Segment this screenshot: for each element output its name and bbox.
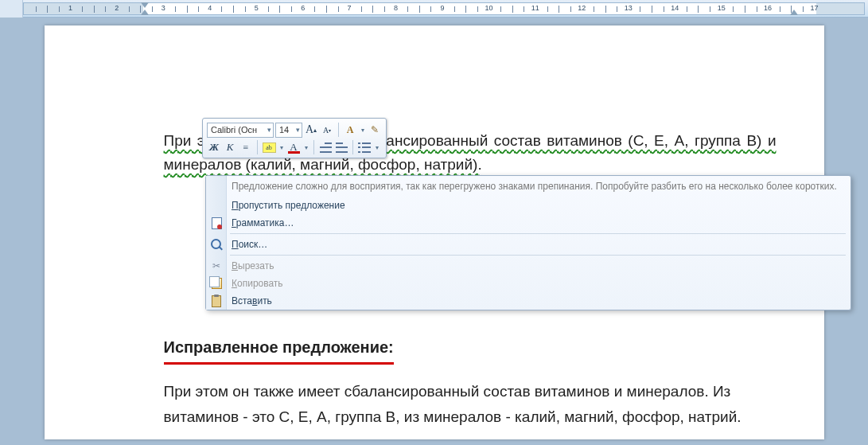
first-line-indent-marker[interactable] <box>141 2 149 8</box>
cut-item: ✂ Вырезать <box>206 257 850 275</box>
ruler-number: 15 <box>718 4 726 12</box>
menu-separator <box>230 255 846 256</box>
shrink-font-button[interactable]: A▾ <box>320 123 334 138</box>
chevron-down-icon[interactable]: ▾ <box>267 126 271 134</box>
ruler-number: 6 <box>301 4 305 12</box>
align-center-button[interactable]: ≡ <box>239 140 253 155</box>
copy-item: Копировать <box>206 275 850 292</box>
paste-item[interactable]: Вставить <box>206 292 850 310</box>
chevron-down-icon[interactable]: ▾ <box>373 144 380 151</box>
grammar-context-menu: Предложение сложно для восприятия, так к… <box>205 175 851 310</box>
scissors-icon: ✂ <box>210 260 223 272</box>
chevron-down-icon[interactable]: ▾ <box>296 126 300 134</box>
mnemonic: П <box>232 200 239 211</box>
ruler-right-margin[interactable] <box>816 3 864 14</box>
italic-button[interactable]: К <box>223 140 237 155</box>
mini-format-toolbar: Calibri (Осн ▾ 14 ▾ A▴ A▾ A ▾ ✎ Ж К ≡ ab… <box>202 118 387 158</box>
grow-font-button[interactable]: A▴ <box>304 123 318 138</box>
ruler-number: 7 <box>348 4 352 12</box>
ruler-number: 17 <box>811 4 819 12</box>
font-size-value: 14 <box>279 125 289 135</box>
grammar-dialog-item[interactable]: Грамматика… <box>206 214 850 232</box>
quick-styles-button[interactable]: A <box>343 123 357 138</box>
corrected-paragraph[interactable]: При этом он также имеет сбалансированный… <box>164 379 777 431</box>
mnemonic: К <box>232 278 237 289</box>
skip-sentence-item[interactable]: Пропустить предложение <box>206 197 850 214</box>
ruler-number: 10 <box>485 4 492 12</box>
bold-button[interactable]: Ж <box>207 140 221 155</box>
highlight-color-button[interactable]: ab <box>262 140 276 155</box>
ruler-scale[interactable]: 1234567891011121314151617 <box>23 2 865 15</box>
chevron-down-icon[interactable]: ▾ <box>359 127 366 134</box>
decrease-indent-button[interactable] <box>318 140 333 155</box>
ruler-number: 4 <box>208 4 212 12</box>
mnemonic: В <box>232 260 238 271</box>
ruler-number: 1 <box>68 4 72 12</box>
ruler-corner <box>0 0 23 18</box>
chevron-down-icon[interactable]: ▾ <box>302 144 309 151</box>
font-size-combo[interactable]: 14 ▾ <box>275 123 302 138</box>
hanging-indent-marker[interactable] <box>141 10 149 15</box>
bulleted-list-button[interactable] <box>357 140 372 155</box>
chevron-down-icon[interactable]: ▾ <box>278 144 285 151</box>
copy-icon <box>210 277 223 290</box>
mnemonic: в <box>252 295 257 306</box>
increase-indent-button[interactable] <box>334 140 348 155</box>
font-color-button[interactable]: A <box>286 140 301 155</box>
menu-separator <box>230 233 846 234</box>
ruler-number: 9 <box>440 4 444 12</box>
font-family-value: Calibri (Осн <box>211 125 257 135</box>
font-family-combo[interactable]: Calibri (Осн ▾ <box>207 123 274 138</box>
clipboard-icon <box>210 295 223 307</box>
grammar-suggestion-text: Предложение сложно для восприятия, так к… <box>206 176 850 197</box>
ruler-number: 8 <box>394 4 398 12</box>
ruler-number: 11 <box>531 4 539 12</box>
search-icon <box>210 238 223 251</box>
ruler-number: 3 <box>162 4 165 12</box>
mnemonic: П <box>232 239 239 250</box>
horizontal-ruler[interactable]: 1234567891011121314151617 <box>0 0 868 18</box>
ruler-number: 13 <box>625 4 633 12</box>
ruler-number: 14 <box>671 4 679 12</box>
ruler-number: 16 <box>764 4 772 12</box>
research-search-item[interactable]: Поиск… <box>206 236 850 253</box>
ruler-number: 5 <box>255 4 259 12</box>
format-painter-button[interactable]: ✎ <box>368 123 382 138</box>
ruler-number: 2 <box>115 4 119 12</box>
ruler-number: 12 <box>578 4 586 12</box>
section-heading[interactable]: Исправленное предложение: <box>164 334 394 365</box>
grammar-icon <box>210 217 223 229</box>
ruler-left-margin[interactable] <box>24 3 143 14</box>
